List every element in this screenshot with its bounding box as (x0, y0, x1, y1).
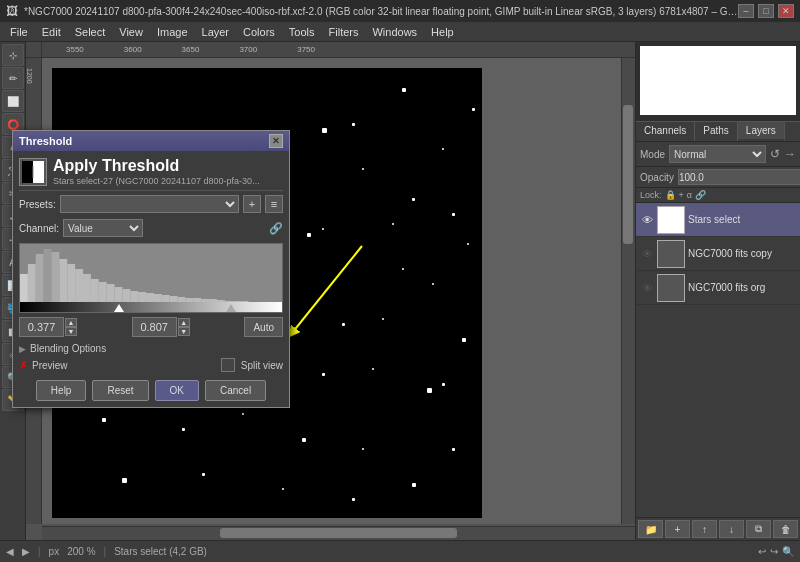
presets-add-btn[interactable]: + (243, 195, 261, 213)
opacity-label: Opacity (640, 172, 674, 183)
menu-item-help[interactable]: Help (425, 25, 460, 39)
ruler-horizontal: 3550 3600 3650 3700 3750 (42, 42, 635, 58)
zoom-in-btn[interactable]: 🔍 (782, 546, 794, 557)
star-0 (402, 88, 406, 92)
layer-visibility-ngc-copy[interactable]: 👁 (640, 247, 654, 261)
star-8 (362, 168, 364, 170)
scrollbar-vertical[interactable] (621, 58, 635, 524)
low-value-decrement[interactable]: ▼ (65, 327, 77, 336)
lock-all-icon[interactable]: 🔗 (695, 190, 706, 200)
layer-item-stars-select[interactable]: 👁 Stars select (636, 203, 800, 237)
dialog-close-button[interactable]: ✕ (269, 134, 283, 148)
ok-button[interactable]: OK (155, 380, 199, 401)
help-button[interactable]: Help (36, 380, 87, 401)
mode-reset-icon[interactable]: ↺ (770, 147, 780, 161)
scrollbar-h-thumb[interactable] (220, 528, 457, 538)
menu-item-edit[interactable]: Edit (36, 25, 67, 39)
layer-item-ngc-org[interactable]: 👁 NGC7000 fits org (636, 271, 800, 305)
tab-channels[interactable]: Channels (636, 122, 695, 141)
new-layer-btn[interactable]: + (665, 520, 690, 538)
duplicate-layer-btn[interactable]: ⧉ (746, 520, 771, 538)
high-value-input[interactable] (132, 317, 177, 337)
svg-rect-12 (75, 269, 83, 304)
low-threshold-slider[interactable] (114, 304, 124, 312)
layer-visibility-ngc-org[interactable]: 👁 (640, 281, 654, 295)
tab-paths[interactable]: Paths (695, 122, 738, 141)
menu-item-select[interactable]: Select (69, 25, 112, 39)
star-4 (442, 148, 444, 150)
tab-layers[interactable]: Layers (738, 122, 785, 141)
menu-item-colors[interactable]: Colors (237, 25, 281, 39)
new-layer-group-btn[interactable]: 📁 (638, 520, 663, 538)
mode-next-icon[interactable]: → (784, 147, 796, 161)
star-9 (307, 233, 311, 237)
high-threshold-slider[interactable] (226, 304, 236, 312)
tool-paint[interactable]: ✏ (2, 67, 24, 89)
menu-item-layer[interactable]: Layer (196, 25, 236, 39)
status-nav-icons: ↩ ↪ 🔍 (758, 546, 794, 557)
layer-visibility-stars[interactable]: 👁 (640, 213, 654, 227)
star-35 (452, 448, 455, 451)
star-17 (432, 283, 434, 285)
blending-expand-icon: ▶ (19, 344, 26, 354)
svg-rect-14 (91, 279, 99, 304)
star-21 (382, 318, 384, 320)
lock-alpha-icon[interactable]: α (687, 190, 692, 200)
menu-item-file[interactable]: File (4, 25, 34, 39)
preview-check-icon[interactable]: ✗ (19, 359, 28, 372)
minimize-button[interactable]: – (738, 4, 754, 18)
svg-rect-6 (28, 264, 36, 304)
low-value-input[interactable] (19, 317, 64, 337)
menu-item-view[interactable]: View (113, 25, 149, 39)
undo-btn[interactable]: ↩ (758, 546, 766, 557)
preview-label: Preview (32, 360, 217, 371)
low-value-increment[interactable]: ▲ (65, 318, 77, 327)
split-view-label: Split view (241, 360, 283, 371)
layer-item-ngc-copy[interactable]: 👁 NGC7000 fits copy (636, 237, 800, 271)
auto-button[interactable]: Auto (244, 317, 283, 337)
close-button[interactable]: ✕ (778, 4, 794, 18)
star-28 (427, 388, 432, 393)
scrollbar-horizontal[interactable] (42, 526, 635, 540)
low-value-spinners: ▲ ▼ (65, 318, 77, 336)
presets-menu-btn[interactable]: ≡ (265, 195, 283, 213)
svg-rect-9 (52, 252, 60, 304)
high-value-decrement[interactable]: ▼ (178, 327, 190, 336)
redo-btn[interactable]: ↪ (770, 546, 778, 557)
lower-layer-btn[interactable]: ↓ (719, 520, 744, 538)
star-36 (122, 478, 127, 483)
opacity-input[interactable] (678, 169, 800, 185)
lock-pixels-icon[interactable]: 🔒 (665, 190, 676, 200)
lock-position-icon[interactable]: + (679, 190, 684, 200)
channel-select[interactable]: Value (63, 219, 143, 237)
scrollbar-v-thumb[interactable] (623, 105, 633, 245)
status-nav-right[interactable]: ▶ (22, 546, 30, 557)
star-3 (352, 123, 355, 126)
presets-select[interactable] (60, 195, 239, 213)
presets-label: Presets: (19, 199, 56, 210)
status-unit: px (49, 546, 60, 557)
tool-select-rect[interactable]: ⬜ (2, 90, 24, 112)
star-30 (102, 418, 106, 422)
delete-layer-btn[interactable]: 🗑 (773, 520, 798, 538)
menu-item-windows[interactable]: Windows (366, 25, 423, 39)
cancel-button[interactable]: Cancel (205, 380, 266, 401)
high-value-increment[interactable]: ▲ (178, 318, 190, 327)
layer-name-ngc-copy: NGC7000 fits copy (688, 248, 796, 259)
titlebar: 🖼 *NGC7000 20241107 d800-pfa-300f4-24x24… (0, 0, 800, 22)
maximize-button[interactable]: □ (758, 4, 774, 18)
mode-select[interactable]: Normal (669, 145, 766, 163)
menu-item-image[interactable]: Image (151, 25, 194, 39)
menu-item-filters[interactable]: Filters (323, 25, 365, 39)
raise-layer-btn[interactable]: ↑ (692, 520, 717, 538)
blending-options-row[interactable]: ▶ Blending Options (19, 343, 283, 354)
histogram-widget (19, 243, 283, 313)
histogram-svg (20, 244, 282, 304)
statusbar: ◀ ▶ | px 200 % | Stars select (4,2 GB) ↩… (0, 540, 800, 562)
reset-button[interactable]: Reset (92, 380, 148, 401)
tool-pointer[interactable]: ⊹ (2, 44, 24, 66)
menu-item-tools[interactable]: Tools (283, 25, 321, 39)
status-nav-left[interactable]: ◀ (6, 546, 14, 557)
svg-rect-3 (33, 161, 44, 183)
split-view-checkbox[interactable] (221, 358, 235, 372)
